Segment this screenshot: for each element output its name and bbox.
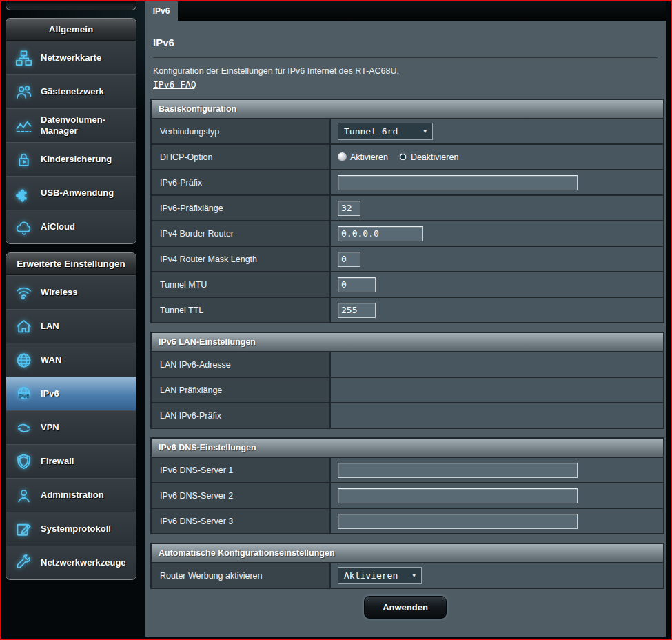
row-router-advertisement: Router Werbung aktivieren Aktivieren ▼	[152, 562, 663, 588]
radio-selected-icon	[398, 152, 407, 161]
traffic-chart-icon	[12, 117, 34, 135]
wifi-icon	[12, 283, 34, 302]
guest-network-icon	[12, 83, 34, 101]
row-connection-type: Verbindungstyp Tunnel 6rd ▼	[152, 118, 663, 143]
dropdown-value: Tunnel 6rd	[344, 126, 398, 137]
radio-label: Aktivieren	[350, 152, 388, 162]
lan-prefix-length-value	[331, 378, 663, 402]
sidebar-item-label: Netzwerkwerkzeuge	[41, 557, 128, 568]
sidebar-item-label: Wireless	[41, 287, 79, 298]
button-row: Anwenden	[145, 596, 666, 619]
sidebar-item-firewall[interactable]: Firewall	[6, 444, 136, 478]
sidebar-item-systemprotokoll[interactable]: Systemprotokoll	[6, 512, 136, 546]
lan-ipv6-prefix-value	[331, 403, 663, 428]
sidebar-item-label: Kindersicherung	[41, 154, 113, 165]
row-lan-ipv6-prefix: LAN IPv6-Präfix	[152, 402, 663, 428]
sidebar-item-aicloud[interactable]: AiCloud	[6, 210, 136, 243]
field-label: Router Werbung aktivieren	[152, 563, 331, 588]
dropdown-value: Aktivieren	[344, 570, 398, 581]
sidebar-item-label: Administration	[41, 490, 105, 501]
sidebar-item-administration[interactable]: Administration	[6, 478, 136, 512]
sidebar-item-netzwerkwerkzeuge[interactable]: Netzwerkwerkzeuge	[6, 546, 136, 579]
lan-ipv6-address-value	[331, 352, 663, 377]
row-dns-server-1: IPv6 DNS-Server 1	[152, 457, 663, 482]
field-label: LAN IPv6-Präfix	[152, 403, 331, 428]
pencil-pad-icon	[12, 520, 34, 539]
dns-server-2-input[interactable]	[338, 488, 578, 503]
sidebar-item-kindersicherung[interactable]: Kindersicherung	[6, 142, 136, 176]
sidebar-item-label: LAN	[41, 321, 61, 332]
chevron-down-icon: ▼	[412, 572, 416, 579]
dns-server-3-input[interactable]	[338, 514, 578, 529]
field-label: Tunnel MTU	[152, 272, 331, 297]
network-map-icon	[12, 49, 34, 68]
field-label: Tunnel TTL	[152, 298, 331, 322]
field-label: LAN Präfixlänge	[152, 378, 331, 402]
sidebar-item-lan[interactable]: LAN	[6, 309, 136, 343]
sidebar-item-vpn[interactable]: VPN	[6, 410, 136, 444]
nav-section-title-erweiterte: Erweiterte Einstellungen	[6, 253, 136, 275]
sidebar-item-wan[interactable]: WAN	[6, 343, 136, 377]
sidebar-item-label: VPN	[41, 422, 61, 433]
field-label: IPv6 DNS-Server 2	[152, 483, 331, 508]
sidebar-item-netzwerkkarte[interactable]: Netzwerkkarte	[6, 41, 136, 74]
connection-type-dropdown[interactable]: Tunnel 6rd ▼	[338, 123, 433, 140]
sidebar-item-wireless[interactable]: Wireless	[6, 275, 136, 309]
ipv4-border-router-input[interactable]	[338, 226, 423, 241]
dns-server-1-input[interactable]	[338, 463, 578, 478]
ipv4-router-mask-length-input[interactable]	[338, 252, 360, 267]
puzzle-icon	[12, 184, 34, 203]
field-label: IPv4 Router Mask Length	[152, 247, 331, 271]
basic-config-table: Basiskonfiguration Verbindungstyp Tunnel…	[150, 99, 664, 323]
sidebar-item-usb-anwendung[interactable]: USB-Anwendung	[6, 176, 136, 210]
sidebar-item-ipv6[interactable]: IPv6 IPv6	[6, 377, 136, 410]
title-divider	[153, 57, 658, 57]
lan-settings-table: IPv6 LAN-Einstellungen LAN IPv6-Adresse …	[150, 332, 664, 429]
section-header-basic: Basiskonfiguration	[152, 100, 663, 118]
sidebar-item-label: Gästenetzwerk	[41, 86, 105, 97]
row-tunnel-ttl: Tunnel TTL	[152, 297, 663, 322]
content-panel: IPv6 Konfiguration der Einstellungen für…	[145, 21, 666, 637]
nav-section-title-allgemein: Allgemein	[6, 19, 136, 41]
field-label: IPv6 DNS-Server 1	[152, 458, 331, 482]
dhcp-disable-radio[interactable]: Deaktivieren	[398, 152, 458, 162]
faq-link[interactable]: IPv6 FAQ	[153, 79, 196, 90]
main-area: IPv6 IPv6 Konfiguration der Einstellunge…	[145, 1, 666, 637]
person-icon	[12, 486, 34, 505]
chevron-down-icon: ▼	[423, 128, 427, 134]
tunnel-mtu-input[interactable]	[338, 277, 376, 292]
house-icon	[12, 317, 34, 336]
row-tunnel-mtu: Tunnel MTU	[152, 271, 663, 297]
vpn-arrows-icon	[12, 419, 34, 437]
globe-icon	[12, 351, 34, 370]
apply-button[interactable]: Anwenden	[364, 596, 447, 619]
wrench-icon	[12, 554, 34, 572]
row-ipv4-router-mask-length: IPv4 Router Mask Length	[152, 246, 663, 271]
sidebar-item-label: Datenvolumen-Manager	[41, 114, 136, 136]
ipv6-prefix-length-input[interactable]	[338, 201, 360, 216]
cloud-icon	[12, 218, 34, 237]
row-dns-server-3: IPv6 DNS-Server 3	[152, 508, 663, 533]
sidebar-item-label: Systemprotokoll	[41, 523, 112, 534]
row-ipv4-border-router: IPv4 Border Router	[152, 220, 663, 246]
router-advertisement-dropdown[interactable]: Aktivieren ▼	[338, 567, 422, 584]
router-admin-page: Allgemein Netzwerkkarte Gästenetzwerk Da…	[0, 0, 672, 640]
sidebar-item-label: IPv6	[41, 388, 61, 399]
sidebar-item-gaestenetzwerk[interactable]: Gästenetzwerk	[6, 74, 136, 108]
sidebar-item-label: AiCloud	[41, 221, 77, 232]
radio-unselected-icon	[338, 152, 347, 161]
field-label: IPv6 DNS-Server 3	[152, 509, 331, 533]
row-lan-prefix-length: LAN Präfixlänge	[152, 377, 663, 402]
tab-ipv6[interactable]: IPv6	[145, 1, 178, 21]
dhcp-enable-radio[interactable]: Aktivieren	[338, 152, 388, 162]
sidebar-item-label: Netzwerkkarte	[41, 52, 103, 63]
ipv6-prefix-input[interactable]	[338, 175, 578, 190]
row-dns-server-2: IPv6 DNS-Server 2	[152, 482, 663, 508]
sidebar-item-datenvolumen-manager[interactable]: Datenvolumen-Manager	[6, 108, 136, 142]
row-ipv6-prefix-length: IPv6-Präfixlänge	[152, 194, 663, 220]
nav-group-allgemein: Allgemein Netzwerkkarte Gästenetzwerk Da…	[6, 18, 136, 244]
tab-bar: IPv6	[145, 1, 666, 21]
radio-label: Deaktivieren	[411, 152, 458, 162]
field-label: IPv4 Border Router	[152, 221, 331, 246]
tunnel-ttl-input[interactable]	[338, 303, 376, 318]
